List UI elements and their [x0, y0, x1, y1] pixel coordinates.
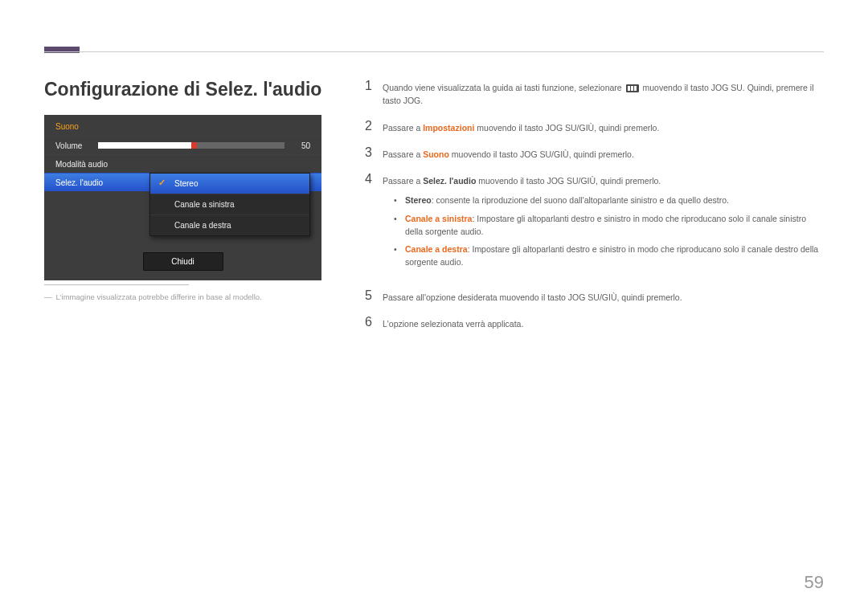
- osd-select-label: Selez. l'audio: [55, 178, 103, 187]
- osd-sub-stereo[interactable]: ✓ Stereo: [150, 174, 309, 194]
- osd-submenu: ✓ Stereo Canale a sinistra Canale a dest…: [149, 173, 310, 236]
- osd-sub-label: Stereo: [174, 179, 198, 188]
- osd-row-volume[interactable]: Volume 50: [44, 136, 321, 154]
- step-number: 6: [365, 315, 383, 329]
- check-icon: ✓: [158, 179, 166, 186]
- osd-sub-right[interactable]: Canale a destra: [150, 215, 309, 235]
- step-number: 5: [365, 288, 383, 303]
- osd-panel: Suono Volume 50 Modalità audio Selez. l'…: [44, 115, 321, 280]
- step-body: Passare a Suono muovendo il tasto JOG SU…: [383, 145, 824, 161]
- step-1: 1 Quando viene visualizzata la guida ai …: [365, 79, 824, 108]
- options-list: Stereo: consente la riproduzione del suo…: [383, 194, 824, 268]
- step-number: 3: [365, 145, 383, 160]
- step-text: muovendo il tasto JOG SU/GIÙ, quindi pre…: [476, 176, 661, 186]
- close-button[interactable]: Chiudi: [143, 252, 223, 271]
- step-text: muovendo il tasto JOG SU/GIÙ, quindi pre…: [474, 123, 659, 133]
- option-label: Canale a sinistra: [405, 214, 472, 223]
- volume-fill: [98, 142, 191, 149]
- volume-slider[interactable]: [98, 142, 285, 149]
- option-item: Canale a sinistra: Impostare gli altopar…: [394, 212, 824, 239]
- footnote: ―L'immagine visualizzata potrebbe differ…: [44, 292, 321, 301]
- osd-mode-label: Modalità audio: [55, 160, 108, 169]
- option-text: : consente la riproduzione del suono dal…: [432, 195, 729, 205]
- step-4: 4 Passare a Selez. l'audio muovendo il t…: [365, 172, 824, 277]
- footnote-dash: ―: [44, 292, 52, 301]
- step-body: Quando viene visualizzata la guida ai ta…: [383, 79, 824, 108]
- steps-list: 1 Quando viene visualizzata la guida ai …: [365, 79, 824, 341]
- step-highlight: Impostazioni: [423, 123, 474, 133]
- osd-close-row: Chiudi: [44, 246, 321, 280]
- step-5: 5 Passare all'opzione desiderata muovend…: [365, 288, 824, 304]
- footnote-divider: [44, 284, 189, 285]
- footnote-text: L'immagine visualizzata potrebbe differi…: [56, 292, 262, 301]
- step-bold: Selez. l'audio: [423, 176, 476, 186]
- step-number: 2: [365, 119, 383, 133]
- step-text: muovendo il tasto JOG SU/GIÙ, quindi pre…: [449, 149, 634, 159]
- osd-sub-label: Canale a sinistra: [174, 200, 234, 209]
- osd-volume-label: Volume: [55, 141, 82, 150]
- option-item: Stereo: consente la riproduzione del suo…: [394, 194, 824, 206]
- step-number: 1: [365, 79, 383, 93]
- header-divider: [44, 51, 824, 52]
- osd-volume-value: 50: [293, 141, 310, 150]
- osd-sub-left[interactable]: Canale a sinistra: [150, 194, 309, 215]
- osd-sub-label: Canale a destra: [174, 221, 231, 230]
- step-highlight: Suono: [423, 149, 449, 159]
- menu-icon: [626, 84, 639, 92]
- option-item: Canale a destra: Impostare gli altoparla…: [394, 243, 824, 269]
- step-text: Passare a: [383, 149, 423, 159]
- step-body: Passare a Impostazioni muovendo il tasto…: [383, 119, 824, 134]
- page-number: 59: [805, 572, 824, 593]
- option-text: : Impostare gli altoparlanti destro e si…: [405, 244, 818, 267]
- step-body: L'opzione selezionata verrà applicata.: [383, 315, 824, 330]
- step-body: Passare a Selez. l'audio muovendo il tas…: [383, 172, 824, 277]
- step-text: Passare a: [383, 176, 423, 186]
- page-title: Configurazione di Selez. l'audio: [44, 79, 321, 100]
- osd-row-mode[interactable]: Modalità audio: [44, 154, 321, 173]
- osd-menu-title: Suono: [44, 116, 321, 136]
- step-text: Quando viene visualizzata la guida ai ta…: [383, 83, 624, 92]
- step-number: 4: [365, 172, 383, 186]
- step-3: 3 Passare a Suono muovendo il tasto JOG …: [365, 145, 824, 161]
- option-label: Stereo: [405, 195, 432, 205]
- volume-marker: [191, 142, 197, 149]
- step-text: Passare a: [383, 123, 423, 133]
- step-2: 2 Passare a Impostazioni muovendo il tas…: [365, 119, 824, 134]
- step-body: Passare all'opzione desiderata muovendo …: [383, 288, 824, 304]
- step-6: 6 L'opzione selezionata verrà applicata.: [365, 315, 824, 330]
- option-label: Canale a destra: [405, 244, 468, 254]
